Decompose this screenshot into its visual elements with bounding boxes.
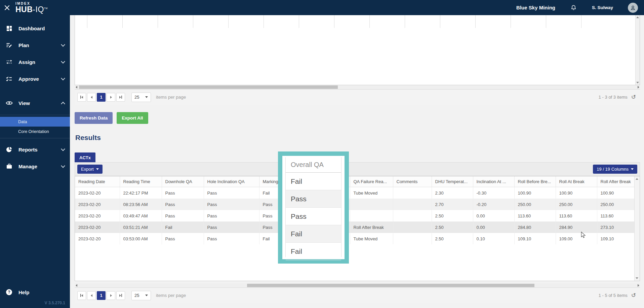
items-per-page-label: items per page [156,95,186,100]
last-page-button[interactable] [116,291,125,300]
column-header[interactable]: QA Failure Rea... [350,176,393,187]
results-toolbar: Export 19 / 19 Columns [75,162,640,176]
sidebar-item-assign[interactable]: Assign [0,54,70,70]
refresh-icon[interactable]: ↺ [631,293,636,298]
close-icon[interactable] [2,3,12,13]
bell-icon[interactable] [570,4,577,11]
column-header[interactable]: Downhole QA [162,176,204,187]
actions-bar: Refresh Data Export All [75,112,148,124]
column-header[interactable]: Hole Inclination QA [204,176,259,187]
sidebar-item-manage[interactable]: Manage [0,158,70,175]
table-cell: 03:51:21 AM [120,221,162,233]
table-cell: 2.30 [432,187,473,199]
sidebar-item-dashboard[interactable]: Dashboard [0,20,70,37]
approve-icon [5,75,13,82]
prev-page-button[interactable] [87,291,96,300]
results-title: Results [75,134,101,142]
horizontal-scrollbar[interactable] [75,85,640,89]
next-page-button[interactable] [107,291,115,300]
column-divider [228,15,229,28]
scroll-left-arrow[interactable] [75,284,78,287]
vertical-scrollbar[interactable] [635,15,640,85]
tenant-name: Blue Sky Mining [516,5,555,10]
column-header[interactable]: DHU Temperat... [432,176,473,187]
table-cell: 2.50 [432,210,473,221]
table-cell: 03:49:47 AM [120,210,162,221]
items-per-page-label: items per page [156,293,186,298]
scroll-up-arrow[interactable] [636,178,638,180]
page-size-select[interactable]: 25 [131,291,151,300]
sidebar-item-help[interactable]: ? Help [0,284,70,301]
table-cell [393,199,432,210]
sidebar-item-plan[interactable]: Plan [0,37,70,54]
sidebar-item-data[interactable]: Data [0,117,70,127]
table-cell: Pass [162,187,204,199]
refresh-data-button[interactable]: Refresh Data [75,112,113,124]
table-cell: 250.00 [597,199,635,210]
table-cell: -0.30 [473,187,514,199]
table-cell: 273.10 [597,221,635,233]
table-row[interactable]: 2023-02-2003:51:21 AMFailPassPassFailRol… [75,221,635,233]
column-divider [511,15,511,28]
table-cell: 113.60 [597,210,635,221]
vertical-scrollbar[interactable] [634,176,640,281]
current-page-button[interactable]: 1 [97,93,106,102]
table-cell: 109.10 [514,233,556,244]
table-cell: Pass [162,199,204,210]
columns-selector-button[interactable]: 19 / 19 Columns [593,165,637,174]
scroll-down-arrow[interactable] [636,277,638,279]
last-page-button[interactable] [116,93,125,102]
table-row[interactable]: 2023-02-2008:23:56 AMPassPassPassPass2.7… [75,199,635,210]
export-button[interactable]: Export [77,165,103,174]
column-divider [546,15,546,28]
current-page-button[interactable]: 1 [97,291,106,300]
table-cell: 113.60 [556,210,597,221]
sidebar-item-core-orientation[interactable]: Core Orientation [0,127,70,136]
chevron-down-icon [631,168,634,170]
prev-page-button[interactable] [87,93,96,102]
column-header[interactable]: Roll After Break [597,176,635,187]
brand-product: HUB-IQTM [15,6,48,13]
page-size-select[interactable]: 25 [131,93,151,102]
column-header[interactable]: Reading Date [75,176,120,187]
table-row[interactable]: 2023-02-2003:49:47 AMPassPassPassPass2.5… [75,210,635,221]
column-divider [440,15,440,28]
column-header[interactable]: Comments [393,176,432,187]
callout-value: Fail [286,225,341,243]
export-all-button[interactable]: Export All [117,112,148,124]
table-cell: -0.20 [473,199,514,210]
scrollbar-thumb[interactable] [79,85,338,89]
tab-actx[interactable]: ACTx [75,152,95,163]
scrollbar-thumb[interactable] [247,284,534,287]
pagination-top: 1 25 items per page 1 - 3 of 3 items ↺ [75,89,640,105]
scroll-up-arrow[interactable] [636,16,639,18]
first-page-button[interactable] [77,291,86,300]
scroll-right-arrow[interactable] [637,86,640,89]
next-page-button[interactable] [107,93,115,102]
first-page-button[interactable] [77,93,86,102]
app-version: V 3.5.270.1 [0,301,70,308]
table-cell: Pass [162,233,204,244]
table-cell: 250.00 [556,199,597,210]
table-row[interactable]: 2023-02-2022:42:17 PMPassPassFailFailTub… [75,187,635,199]
scroll-down-arrow[interactable] [636,82,639,83]
table-cell: 2023-02-20 [75,187,120,199]
column-divider [122,15,123,28]
column-header[interactable]: Reading Time [120,176,162,187]
dashboard-icon [5,25,13,32]
sidebar-item-view[interactable]: View [0,95,70,111]
column-header[interactable]: Roll Before Bre... [514,176,556,187]
sidebar-item-reports[interactable]: Reports [0,141,70,158]
scroll-right-arrow[interactable] [637,284,640,287]
table-cell: 109.00 [556,233,597,244]
user-avatar[interactable] [628,3,638,13]
horizontal-scrollbar[interactable] [75,283,640,287]
column-header[interactable]: Inclination At ... [473,176,514,187]
sidebar-item-approve[interactable]: Approve [0,70,70,87]
column-divider [334,15,334,28]
table-row[interactable]: 2023-02-2003:53:00 AMPassPassFailFailTub… [75,233,635,244]
table-cell: 2.70 [432,199,473,210]
column-header[interactable]: Roll At Break [556,176,597,187]
refresh-icon[interactable]: ↺ [631,94,636,100]
scroll-left-arrow[interactable] [75,86,78,89]
